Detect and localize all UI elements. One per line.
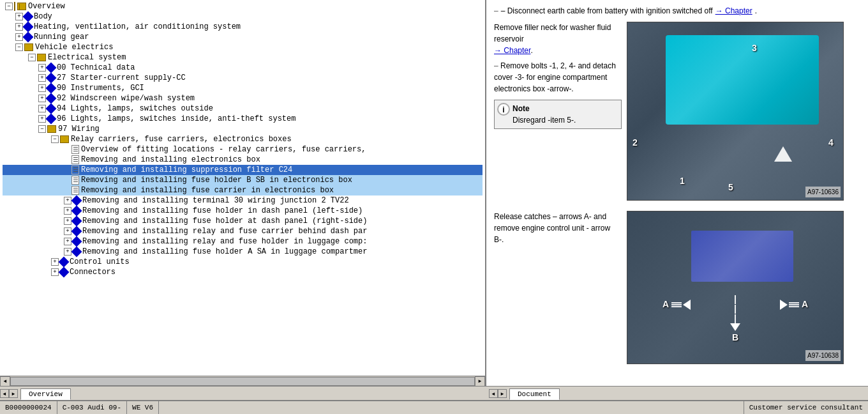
nav-right-2[interactable]: ► [498, 389, 507, 398]
expand-vehicle-electrics[interactable]: − [15, 43, 23, 51]
period-2: . [530, 46, 532, 55]
expand-body[interactable]: + [15, 13, 23, 20]
doc-icon [71, 155, 79, 164]
instruction-1-text: – Disconnect earth cable from battery wi… [501, 5, 713, 17]
note-box: i Note Disregard -item 5-. [494, 100, 622, 129]
diamond-icon [46, 93, 57, 104]
expand-hvac[interactable]: + [15, 23, 23, 31]
diamond-icon [46, 103, 57, 114]
note-text: Disregard -item 5-. [513, 116, 576, 125]
tree-item-remove-fuse-b[interactable]: Removing and installing fuse holder B SB… [3, 175, 483, 185]
tree-item-instruments[interactable]: + 90 Instruments, GCI [3, 83, 483, 93]
tree-item-lights-inside[interactable]: + 96 Lights, lamps, switches inside, ant… [3, 114, 483, 124]
scroll-right[interactable]: ► [475, 376, 485, 387]
status-consultant: Customer service consultant [744, 401, 868, 414]
chapter-link-2[interactable]: → Chapter [494, 46, 530, 55]
tree-item-remove-suppression[interactable]: Removing and installing suppression filt… [3, 165, 483, 175]
two-col-layout: Remove filler neck for washer fluid rese… [494, 22, 860, 201]
expand-lights-inside[interactable]: + [38, 115, 46, 123]
tree-item-wiring[interactable]: − 97 Wiring [3, 124, 483, 134]
expand-connectors[interactable]: + [51, 268, 59, 276]
tree-item-remove-fuse-carrier[interactable]: Removing and installing fuse carrier in … [3, 185, 483, 195]
dash-1: – [494, 5, 498, 17]
tree-item-lights-outside[interactable]: + 94 Lights, lamps, switches outside [3, 103, 483, 114]
nav-left[interactable]: ◄ [0, 389, 9, 398]
tree-item-overview-fitting[interactable]: Overview of fitting locations - relay ca… [3, 144, 483, 155]
expand-fuse-right[interactable]: + [64, 217, 71, 225]
expand-relay-luggage[interactable]: + [64, 238, 71, 245]
tree-item-remove-fuse-left[interactable]: + Removing and installing fuse holder in… [3, 206, 483, 216]
triple-arrow-down [735, 295, 736, 323]
triple-arrow-left [671, 302, 682, 307]
expand-relay-carriers[interactable]: − [51, 135, 59, 143]
tree-item-remove-relay-luggage[interactable]: + Removing and installing relay and fuse… [3, 236, 483, 247]
note-content: Note Disregard -item 5-. [513, 103, 576, 126]
tree-view[interactable]: − Overview + Body + Heating, ventilation… [0, 0, 485, 376]
expand-relay-behind[interactable]: + [64, 227, 71, 235]
instruction-2-text: Remove filler neck for washer fluid rese… [494, 23, 611, 43]
nav-left-2[interactable]: ◄ [489, 389, 498, 398]
img1-label-5: 5 [728, 181, 733, 194]
expand-electrical-system[interactable]: − [28, 54, 36, 61]
diamond-icon [71, 247, 82, 257]
triple-arrow-right [789, 302, 799, 307]
tab-overview[interactable]: Overview [20, 388, 71, 400]
starter-label: 27 Starter-current supply-CC [57, 73, 186, 82]
tree-item-remove-fuse-right[interactable]: + Removing and installing fuse holder at… [3, 216, 483, 226]
expand-starter[interactable]: + [38, 74, 46, 82]
expand-wiring[interactable]: − [38, 125, 46, 133]
instruction-3-text: Remove bolts -1, 2, 4- and detach cover … [494, 61, 616, 93]
chapter-link-1[interactable]: → Chapter [715, 5, 752, 17]
hscroll-thumb[interactable] [10, 377, 475, 386]
tree-item-overview[interactable]: − Overview [3, 1, 483, 12]
left-instructions-2: Release catches – arrows A- and remove e… [494, 211, 622, 364]
tree-item-relay-carriers[interactable]: − Relay carriers, fuse carriers, electro… [3, 134, 483, 144]
label-a-right: A [802, 298, 808, 311]
tree-item-windscreen[interactable]: + 92 Windscreen wipe/wash system [3, 93, 483, 103]
scroll-left[interactable]: ◄ [0, 376, 10, 387]
body-label: Body [34, 12, 52, 21]
expand-running-gear[interactable]: + [15, 33, 23, 41]
tree-item-remove-terminal[interactable]: + Removing and installing terminal 30 wi… [3, 195, 483, 206]
note-label: Note [513, 104, 530, 113]
expand-fuse-left[interactable]: + [64, 207, 71, 215]
doc-icon [71, 165, 79, 174]
tree-item-remove-relay-behind[interactable]: + Removing and installing relay and fuse… [3, 226, 483, 236]
note-icon: i [497, 103, 510, 116]
doc-icon [71, 176, 79, 185]
expand-overview[interactable]: − [5, 3, 13, 10]
status-version: WE V6 [127, 401, 159, 414]
tree-item-vehicle-electrics[interactable]: − Vehicle electrics [3, 42, 483, 52]
tree-item-tech-data[interactable]: + 00 Technical data [3, 63, 483, 73]
tree-item-remove-elec-box[interactable]: Removing and installing electronics box [3, 155, 483, 165]
overview-fitting-label: Overview of fitting locations - relay ca… [81, 145, 366, 154]
tree-item-electrical-system[interactable]: − Electrical system [3, 52, 483, 63]
expand-tech-data[interactable]: + [38, 64, 46, 72]
tree-item-body[interactable]: + Body [3, 12, 483, 22]
tree-item-connectors[interactable]: + Connectors [3, 267, 483, 277]
expand-lights-outside[interactable]: + [38, 105, 46, 112]
right-nav-arrows: ◄ ► [489, 387, 507, 400]
left-hscrollbar[interactable]: ◄ ► [0, 376, 485, 386]
tree-item-hvac[interactable]: + Heating, ventilation, air conditioning… [3, 22, 483, 32]
tree-item-control-units[interactable]: + Control units [3, 257, 483, 267]
expand-instruments[interactable]: + [38, 84, 46, 92]
image-code-2: A97-10638 [805, 350, 841, 361]
doc-icon [71, 186, 79, 195]
tab-document[interactable]: Document [509, 388, 560, 400]
arrow-b-down: B [730, 295, 740, 344]
hvac-label: Heating, ventilation, air conditioning s… [34, 22, 241, 31]
expand-windscreen[interactable]: + [38, 95, 46, 102]
remove-relay-behind-label: Removing and installing relay and fuse c… [82, 227, 367, 236]
expand-terminal[interactable]: + [64, 197, 71, 204]
nav-right[interactable]: ► [9, 389, 18, 398]
expand-fuse-sa[interactable]: + [64, 248, 71, 256]
tree-item-starter[interactable]: + 27 Starter-current supply-CC [3, 73, 483, 83]
tree-item-running-gear[interactable]: + Running gear [3, 32, 483, 42]
tree-item-remove-fuse-sa[interactable]: + Removing and installing fuse holder A … [3, 247, 483, 257]
dash-3: – [494, 61, 498, 70]
engine-image-1: 1 2 3 4 5 A97-10636 [627, 22, 844, 201]
instruction-4-text: Release catches – arrows A- and remove e… [494, 212, 610, 244]
expand-control-units[interactable]: + [51, 258, 59, 266]
diamond-icon [46, 114, 57, 125]
